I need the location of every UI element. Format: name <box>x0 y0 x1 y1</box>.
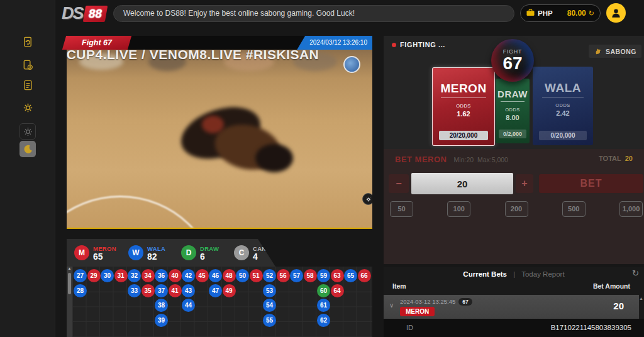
stream-logo-emblem <box>343 56 360 73</box>
result-dot: 45 <box>196 269 209 282</box>
result-dot: 44 <box>182 299 195 312</box>
fight-number: 67 <box>502 55 522 72</box>
avatar[interactable] <box>606 3 626 23</box>
odds-label: ODDS <box>505 107 520 113</box>
bet-id-row: ID B1710221145803839305 <box>384 319 644 337</box>
card-title: MERON <box>440 82 486 96</box>
id-value: B1710221145803839305 <box>551 324 631 331</box>
stat-cancel: C CANCEL4 <box>234 245 275 261</box>
increase-bet-button[interactable]: + <box>516 174 533 193</box>
decrease-bet-button[interactable]: − <box>389 174 409 193</box>
live-video-player[interactable]: UCUP4.LIVE / VENOM8.LIVE #RISKISAN <box>67 50 372 229</box>
meron-badge: M <box>74 245 89 260</box>
bets-refresh-icon[interactable]: ↻ <box>632 268 639 278</box>
wallet-pill[interactable]: PHP 80.00 ↻ <box>520 4 601 22</box>
result-dot: 37 <box>155 284 168 297</box>
total-value: 20 <box>625 155 633 162</box>
bet-side-label: BET MERON <box>395 155 447 164</box>
wallet-balance: 80.00 <box>567 9 586 18</box>
chip-50[interactable]: 50 <box>390 201 413 217</box>
stat-count: 6 <box>200 252 219 261</box>
scroll-up-icon[interactable]: ▲ <box>67 267 72 270</box>
result-dot: 51 <box>250 269 263 282</box>
game-type-label: SABONG <box>606 48 636 55</box>
result-dot: 47 <box>209 284 222 297</box>
deposit-icon[interactable] <box>19 33 36 50</box>
result-dot: 62 <box>317 314 330 327</box>
draw-card[interactable]: DRAW ODDS 8.00 0/2,000 <box>496 79 530 143</box>
video-header: Fight 67 2024/03/12 13:26:10 <box>67 36 372 50</box>
result-dot: 29 <box>87 269 101 282</box>
result-dot: 63 <box>331 269 344 282</box>
quick-chip-row: 50 100 200 500 1,000 <box>390 201 643 218</box>
result-dot: 59 <box>317 269 330 282</box>
rooster-icon <box>594 47 602 56</box>
max-bet: Max:5,000 <box>477 156 508 163</box>
col-bet-amount: Bet Amount <box>593 282 630 290</box>
id-label: ID <box>406 324 413 331</box>
current-bets-panel: Current Bets | Today Report ↻ Item Bet A… <box>384 267 644 337</box>
stat-label: DRAW <box>200 245 219 252</box>
wala-badge: W <box>128 245 143 260</box>
dark-mode-icon[interactable] <box>19 141 36 157</box>
rooster-silhouette <box>255 144 293 172</box>
video-settings-icon[interactable] <box>362 193 372 205</box>
game-type-chip[interactable]: SABONG <box>589 45 641 58</box>
bet-button[interactable]: BET <box>539 174 643 193</box>
result-dot: 31 <box>114 269 128 282</box>
bet-fight-badge: 67 <box>458 298 472 306</box>
result-dot: 41 <box>169 284 182 297</box>
meron-card[interactable]: MERON ODDS 1.62 20/20,000 <box>432 67 495 146</box>
settings-gear-icon[interactable] <box>19 99 36 116</box>
result-dot: 56 <box>277 269 290 282</box>
bet-amount-controls: − + BET <box>384 174 644 193</box>
result-dot: 34 <box>142 269 155 282</box>
result-dot: 36 <box>155 269 168 282</box>
ds88-logo[interactable]: DS 88 <box>62 4 106 23</box>
stat-count: 4 <box>253 252 279 261</box>
result-dot: 32 <box>128 269 141 282</box>
result-dot: 40 <box>169 269 182 282</box>
light-mode-icon[interactable] <box>19 123 36 140</box>
sidebar <box>0 0 55 337</box>
tab-today-report[interactable]: Today Report <box>521 270 564 278</box>
bets-scroll-up-icon[interactable]: ▲ <box>639 296 643 301</box>
chevron-down-icon[interactable]: ∨ <box>389 302 394 309</box>
bet-amount-value: 20 <box>613 301 624 311</box>
tab-current-bets[interactable]: Current Bets <box>463 270 507 278</box>
odds-value: 8.00 <box>506 114 519 121</box>
wallet-icon <box>526 9 535 18</box>
bet-row[interactable]: ∨ 2024-03-12 13:25:4567 MERON 20 <box>384 295 639 319</box>
match-status: FIGHTING ... <box>392 41 445 48</box>
result-dot: 46 <box>209 269 222 282</box>
odds-value: 2.42 <box>556 109 569 117</box>
live-status-dot <box>392 43 396 47</box>
chip-1000[interactable]: 1,000 <box>619 201 643 217</box>
grid-scrollbar[interactable]: ▲ <box>67 267 72 337</box>
scrollbar-thumb[interactable] <box>68 273 71 294</box>
result-dot: 39 <box>155 314 168 327</box>
wallet-refresh-icon[interactable]: ↻ <box>589 9 594 18</box>
result-dot: 42 <box>182 269 195 282</box>
records-icon[interactable] <box>19 77 36 93</box>
tab-separator: | <box>513 270 515 278</box>
chip-200[interactable]: 200 <box>505 201 528 217</box>
pool-amount: 0/20,000 <box>539 131 587 140</box>
withdraw-icon[interactable] <box>19 57 36 73</box>
result-dot: 60 <box>317 284 330 297</box>
stream-watermark: UCUP4.LIVE / VENOM8.LIVE #RISKISAN <box>67 50 319 62</box>
results-grid[interactable]: ▲ 27282930313233343536373839404142434445… <box>67 267 372 337</box>
col-item: Item <box>392 282 406 290</box>
stat-label: WALA <box>147 245 165 252</box>
result-dot: 30 <box>101 269 114 282</box>
wala-card[interactable]: WALA ODDS 2.42 0/20,000 <box>533 67 593 145</box>
bet-amount-input[interactable] <box>411 173 513 194</box>
result-dot: 54 <box>263 299 276 312</box>
odds-label: ODDS <box>456 103 471 109</box>
stat-wala: W WALA82 <box>128 245 169 261</box>
chip-100[interactable]: 100 <box>447 201 470 217</box>
pool-amount: 0/2,000 <box>499 130 526 138</box>
min-bet: Min:20 <box>454 156 474 163</box>
chip-500[interactable]: 500 <box>562 201 586 217</box>
status-text: FIGHTING ... <box>400 41 445 48</box>
